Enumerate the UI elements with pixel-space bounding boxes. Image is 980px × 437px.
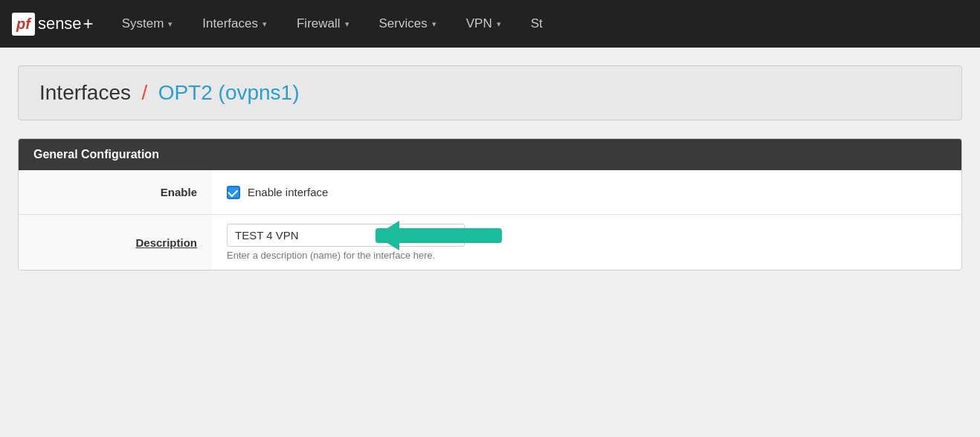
description-label-col: Description [19,215,212,270]
enable-label-col: Enable [19,170,212,214]
description-control-col: Enter a description (name) for the inter… [212,215,961,270]
section-title: General Configuration [33,148,159,161]
chevron-down-icon: ▾ [345,19,349,29]
breadcrumb-separator: / [141,81,147,104]
nav-label-services: Services [379,16,428,31]
description-help: Enter a description (name) for the inter… [227,250,947,261]
config-section: General Configuration Enable Enable inte… [18,138,962,271]
nav-label-vpn: VPN [466,16,492,31]
enable-form-row: Enable Enable interface [19,170,961,215]
nav-item-services[interactable]: Services ▾ [366,0,450,48]
nav-item-vpn[interactable]: VPN ▾ [453,0,515,48]
nav-item-interfaces[interactable]: Interfaces ▾ [189,0,280,48]
breadcrumb-panel: Interfaces / OPT2 (ovpns1) [18,65,962,120]
nav-item-st[interactable]: St [518,0,556,48]
brand-logo[interactable]: pf sense + [12,13,94,36]
enable-interface-checkbox[interactable] [227,186,240,199]
enable-label: Enable [161,186,197,198]
page-content: Interfaces / OPT2 (ovpns1) General Confi… [0,48,980,271]
chevron-down-icon: ▾ [432,19,436,29]
description-label: Description [135,236,197,249]
enable-checkbox-label: Enable interface [248,186,328,198]
pf-logo-pf: pf [16,16,30,33]
chevron-down-icon: ▾ [168,19,173,29]
pf-logo-box: pf [12,13,35,36]
pf-logo-sense: sense [38,14,82,33]
nav-label-system: System [122,16,164,31]
description-form-row: Description Enter a description (name) f… [19,215,961,270]
nav-item-firewall[interactable]: Firewall ▾ [283,0,363,48]
breadcrumb-current: OPT2 (ovpns1) [158,81,300,104]
breadcrumb-parent: Interfaces [39,81,131,104]
section-header: General Configuration [19,139,961,170]
nav-label-interfaces: Interfaces [202,16,258,31]
enable-checkbox-row: Enable interface [227,186,947,199]
nav-label-st: St [531,16,543,31]
enable-control-col: Enable interface [212,170,961,214]
chevron-down-icon: ▾ [262,19,267,29]
pf-logo-plus: + [83,13,94,34]
nav-item-system[interactable]: System ▾ [109,0,187,48]
nav-label-firewall: Firewall [297,16,341,31]
navbar: pf sense + System ▾ Interfaces ▾ Firewal… [0,0,980,48]
chevron-down-icon: ▾ [497,19,501,29]
description-input[interactable] [227,224,465,247]
